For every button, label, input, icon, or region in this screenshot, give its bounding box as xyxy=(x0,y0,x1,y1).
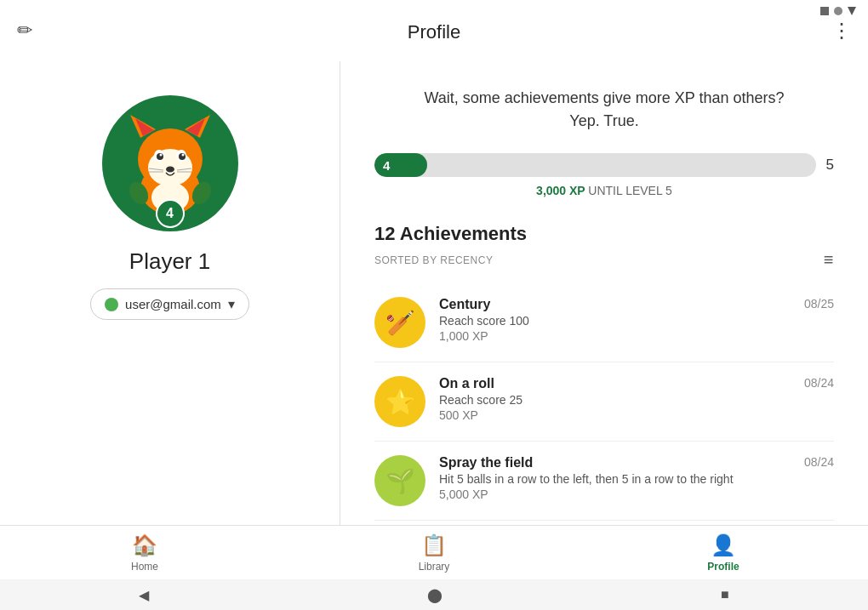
achievement-date-spray: 08/24 xyxy=(804,455,834,469)
main-layout: 4 Player 1 user@gmail.com ▾ Wait, some a… xyxy=(0,61,868,525)
nav-item-home[interactable]: 🏠 Home xyxy=(111,533,179,573)
achievement-info-on-a-roll: On a rollReach score 25500 XP xyxy=(439,376,791,422)
achievement-badge-spray: 🌱 xyxy=(374,455,425,506)
account-status-dot xyxy=(105,298,118,311)
home-icon: 🏠 xyxy=(132,533,157,557)
achievements-title: 12 Achievements xyxy=(374,223,834,245)
account-switcher[interactable]: user@gmail.com ▾ xyxy=(90,288,249,320)
next-level-label: 5 xyxy=(826,157,834,174)
nav-item-library[interactable]: 📋 Library xyxy=(400,533,468,573)
sort-label-bar: SORTED BY RECENCY ≡ xyxy=(374,250,834,270)
left-panel: 4 Player 1 user@gmail.com ▾ xyxy=(0,61,340,525)
achievements-list: 🏏CenturyReach score 1001,000 XP08/25⭐On … xyxy=(374,283,834,521)
svg-point-11 xyxy=(159,154,162,157)
achievement-item-spray[interactable]: 🌱Spray the fieldHit 5 balls in a row to … xyxy=(374,442,834,521)
library-label: Library xyxy=(419,561,450,573)
player-name: Player 1 xyxy=(129,248,210,275)
achievement-desc-century: Reach score 100 xyxy=(439,314,791,328)
svg-point-12 xyxy=(181,154,184,157)
achievement-xp-century: 1,000 XP xyxy=(439,329,791,343)
progress-bar-fill: 4 xyxy=(374,153,427,177)
nav-item-profile[interactable]: 👤 Profile xyxy=(689,533,757,573)
more-icon[interactable]: ⋮ xyxy=(831,19,851,43)
xp-banner: Wait, some achievements give more XP tha… xyxy=(374,87,834,133)
xp-until-text: UNTIL LEVEL 5 xyxy=(588,184,672,197)
home-button[interactable]: ⬤ xyxy=(427,587,443,603)
achievement-info-century: CenturyReach score 1001,000 XP xyxy=(439,297,791,343)
xp-amount: 3,000 XP xyxy=(536,184,585,197)
recent-button[interactable]: ■ xyxy=(721,587,729,602)
xp-until-label: 3,000 XP UNTIL LEVEL 5 xyxy=(374,184,834,197)
achievement-xp-spray: 5,000 XP xyxy=(439,487,791,501)
sort-label-text: SORTED BY RECENCY xyxy=(374,254,493,266)
progress-container: 4 5 xyxy=(374,153,834,177)
achievement-xp-on-a-roll: 500 XP xyxy=(439,408,791,422)
achievement-item-century[interactable]: 🏏CenturyReach score 1001,000 XP08/25 xyxy=(374,283,834,362)
current-level-label: 4 xyxy=(383,158,390,173)
system-nav: ◀ ⬤ ■ xyxy=(0,579,868,610)
level-badge: 4 xyxy=(156,199,185,228)
edit-icon[interactable]: ✏ xyxy=(17,20,32,42)
progress-bar-wrapper: 4 xyxy=(374,153,816,177)
achievement-date-on-a-roll: 08/24 xyxy=(804,376,834,390)
badge-emoji-on-a-roll: ⭐ xyxy=(374,376,425,427)
svg-point-13 xyxy=(166,167,174,173)
banner-line1: Wait, some achievements give more XP tha… xyxy=(374,87,834,110)
back-button[interactable]: ◀ xyxy=(139,587,149,603)
chevron-down-icon: ▾ xyxy=(228,296,235,312)
badge-emoji-century: 🏏 xyxy=(374,297,425,348)
achievement-date-century: 08/25 xyxy=(804,297,834,311)
right-panel: Wait, some achievements give more XP tha… xyxy=(340,61,868,525)
profile-icon: 👤 xyxy=(711,533,736,557)
filter-icon[interactable]: ≡ xyxy=(824,250,834,270)
achievement-desc-on-a-roll: Reach score 25 xyxy=(439,393,791,407)
achievement-badge-century: 🏏 xyxy=(374,297,425,348)
avatar-container: 4 xyxy=(102,95,238,231)
achievement-name-on-a-roll: On a roll xyxy=(439,376,791,391)
header: ✏ Profile ⋮ xyxy=(0,0,868,61)
home-label: Home xyxy=(131,561,158,573)
badge-emoji-spray: 🌱 xyxy=(374,455,425,506)
library-icon: 📋 xyxy=(421,533,447,557)
achievement-badge-on-a-roll: ⭐ xyxy=(374,376,425,427)
bottom-nav: 🏠 Home 📋 Library 👤 Profile xyxy=(0,525,868,579)
banner-line2: Yep. True. xyxy=(374,110,834,133)
account-email: user@gmail.com xyxy=(125,297,221,311)
achievement-info-spray: Spray the fieldHit 5 balls in a row to t… xyxy=(439,455,791,501)
page-title: Profile xyxy=(408,21,460,43)
achievement-name-century: Century xyxy=(439,297,791,312)
achievement-item-on-a-roll[interactable]: ⭐On a rollReach score 25500 XP08/24 xyxy=(374,362,834,442)
profile-label: Profile xyxy=(707,561,739,573)
achievement-desc-spray: Hit 5 balls in a row to the left, then 5… xyxy=(439,472,791,486)
achievement-name-spray: Spray the field xyxy=(439,455,791,470)
